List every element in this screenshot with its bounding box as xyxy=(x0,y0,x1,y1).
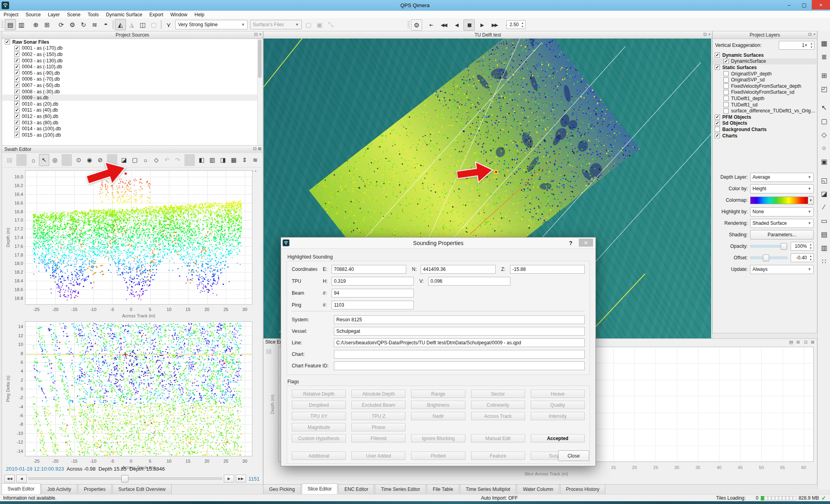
close-panel-icon[interactable]: × xyxy=(813,32,816,37)
checkbox[interactable] xyxy=(14,77,19,82)
float-panel-icon[interactable]: ⊡ xyxy=(254,32,258,37)
export-page-icon[interactable]: ▤ xyxy=(789,340,793,345)
checkbox[interactable] xyxy=(14,120,19,125)
z-field[interactable] xyxy=(510,265,585,274)
filter-box-icon[interactable]: ▣ xyxy=(314,19,325,30)
sonar-file-row[interactable]: 0008 - as (-30).db xyxy=(2,89,258,95)
poly-select-icon[interactable]: ◇ xyxy=(818,129,830,140)
shading-parameters-button[interactable]: Parameters... xyxy=(750,230,814,239)
sepB[interactable] xyxy=(62,154,72,166)
play-icon[interactable]: ▶ xyxy=(476,19,487,31)
pause-icon[interactable]: ▮▮ xyxy=(463,19,475,31)
gap2[interactable] xyxy=(52,19,56,30)
menu-item[interactable]: Window xyxy=(167,12,191,17)
close-button[interactable]: × xyxy=(812,0,830,10)
flag-button[interactable]: Filtered xyxy=(351,434,405,442)
checkbox[interactable] xyxy=(723,102,729,107)
offset-spinner[interactable]: -0.40▲▼ xyxy=(791,253,814,262)
sonar-file-row[interactable]: 0003 - as (-130).db xyxy=(2,58,258,64)
layer-row[interactable]: PFM Objects xyxy=(713,114,816,120)
flag-button[interactable]: TPU XY xyxy=(292,412,346,420)
close-panel-icon[interactable]: × xyxy=(259,32,262,37)
plot-config-icon[interactable]: ▪ xyxy=(255,169,256,173)
refresh-icon[interactable]: ↻ xyxy=(78,19,89,30)
go-first-icon[interactable]: ⇤ xyxy=(425,19,436,31)
tab[interactable]: Water Column xyxy=(517,484,559,494)
swath-pingdelta-plot[interactable] xyxy=(5,320,260,469)
easting-field[interactable] xyxy=(332,265,406,274)
palette-icon[interactable]: ▤ xyxy=(818,229,830,240)
float-panel-icon[interactable]: ⊡ xyxy=(804,340,808,345)
vessel-field[interactable] xyxy=(334,327,585,336)
sonar-file-row[interactable]: 0006 - as (-70).db xyxy=(2,76,258,83)
tab[interactable]: Swath Editor xyxy=(2,483,41,494)
tab[interactable]: Properties xyxy=(78,484,112,494)
checkbox[interactable] xyxy=(14,83,19,88)
slider-handle[interactable] xyxy=(763,255,769,261)
sonar-file-row[interactable]: 0014 - as (100).db xyxy=(2,126,258,132)
sonar-file-row[interactable]: 0001 - as (-170).db xyxy=(2,45,258,52)
flag-button[interactable]: Accepted xyxy=(531,434,585,442)
flag-button[interactable]: Brightness xyxy=(411,401,465,409)
rendering-combo[interactable]: Shaded Surface▼ xyxy=(750,219,814,228)
poly-reject-icon[interactable]: ◇ xyxy=(151,154,161,166)
tab[interactable]: Job Activity xyxy=(41,484,77,494)
sonar-file-row[interactable]: 0010 - as (20).db xyxy=(2,101,258,107)
accept-left-icon[interactable]: ◧ xyxy=(196,154,207,166)
plot-undock-icon[interactable]: ▫ xyxy=(252,169,254,173)
flag-button[interactable]: Range xyxy=(411,390,465,398)
filter-area-icon[interactable]: ▢ xyxy=(148,19,159,30)
sep1[interactable] xyxy=(112,20,114,29)
colorbar-icon[interactable]: ▥ xyxy=(818,242,830,253)
tpu-h-field[interactable] xyxy=(332,277,414,286)
flag-button[interactable]: Ignore Blocking xyxy=(411,434,465,442)
checkbox[interactable] xyxy=(715,65,720,70)
spinner-arrows-icon[interactable]: ▲▼ xyxy=(809,42,814,49)
undo-icon[interactable]: ↶ xyxy=(162,154,172,166)
spline-strength-combo[interactable]: Very Strong Spline▼ xyxy=(175,20,248,29)
flag-button[interactable]: Relative Depth xyxy=(292,390,346,398)
chevron-down-icon[interactable]: ▼ xyxy=(808,196,814,205)
sonar-file-row[interactable]: 0005 - as (-90).db xyxy=(2,70,258,76)
gap1[interactable] xyxy=(27,19,30,30)
volume-select-icon[interactable]: ◰ xyxy=(818,83,830,95)
layout-icon[interactable]: ⊞ xyxy=(796,340,800,345)
color-by-combo[interactable]: Height▼ xyxy=(750,184,814,193)
sepD[interactable] xyxy=(184,154,195,166)
lock-surface-icon[interactable]: ◓ xyxy=(100,19,111,30)
highlight-by-combo[interactable]: None▼ xyxy=(750,207,814,216)
lasso-select-icon[interactable]: ○ xyxy=(818,143,830,154)
tab[interactable]: Process History xyxy=(560,484,605,494)
close-panel-icon[interactable]: × xyxy=(708,32,711,37)
rewind-icon[interactable]: ◀◀ xyxy=(438,19,449,31)
checkbox[interactable] xyxy=(715,52,720,58)
grid-edit-icon[interactable]: ◫ xyxy=(137,19,148,30)
float-panel-icon[interactable]: ⊡ xyxy=(808,32,812,37)
layer-row[interactable]: Charts xyxy=(713,133,816,139)
checkbox[interactable] xyxy=(723,90,729,95)
checkbox[interactable] xyxy=(715,127,720,132)
checkbox[interactable] xyxy=(5,39,10,44)
spinner-arrows-icon[interactable]: ▲▼ xyxy=(808,243,813,250)
fast-forward-icon[interactable]: ▶▶ xyxy=(489,19,500,31)
flag-button[interactable]: Custom Hypothesis xyxy=(292,434,346,442)
colormap-a-icon[interactable]: ▥ xyxy=(207,154,217,166)
close-dialog-button[interactable]: Close xyxy=(558,450,589,461)
filter-funnel-icon[interactable]: ⋎ xyxy=(163,19,174,30)
open-project-icon[interactable]: ▥ xyxy=(16,19,27,30)
home-icon[interactable]: ⌂ xyxy=(28,154,39,166)
system-field[interactable] xyxy=(334,315,585,324)
plane-select-icon[interactable]: ◱ xyxy=(818,175,830,186)
sonar-file-row[interactable]: 0009 - as.db xyxy=(2,95,258,101)
checkbox[interactable] xyxy=(14,52,19,57)
swath-editor-tool-icon[interactable]: ◭ xyxy=(115,19,126,30)
close-panel-icon[interactable]: ⊠ xyxy=(258,146,262,151)
checkbox[interactable] xyxy=(14,58,19,63)
step-back-button[interactable]: ◀ xyxy=(16,475,27,483)
tab[interactable]: ENC Editor xyxy=(338,484,374,494)
float-panel-icon[interactable]: ⊡ xyxy=(253,146,257,151)
filter-rect-icon[interactable]: ▢ xyxy=(303,19,314,30)
checkbox[interactable] xyxy=(14,132,19,137)
northing-field[interactable] xyxy=(421,265,495,274)
layer-row[interactable]: OriginalSVP_sd xyxy=(713,77,816,83)
